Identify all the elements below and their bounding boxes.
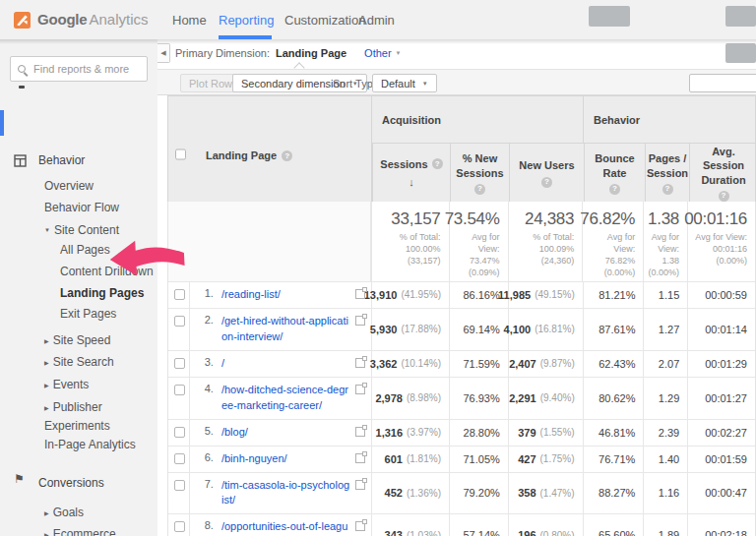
row-checkbox[interactable] bbox=[174, 289, 185, 300]
new-users-cell: 2,291(9.40%) bbox=[508, 378, 583, 419]
sidebar-item-exit-pages[interactable]: Exit Pages bbox=[0, 305, 158, 323]
totals-avg-duration: 00:01:16 Avg for View: 00:01:16 (0.00%) bbox=[687, 202, 755, 281]
open-page-icon[interactable] bbox=[355, 358, 365, 368]
acquisition-group-header: Acquisition bbox=[372, 96, 584, 144]
bounce-rate-cell: 65.60% bbox=[583, 514, 644, 536]
pages-session-column-header[interactable]: Pages / Session ? bbox=[645, 144, 689, 203]
landing-page-link[interactable]: /blog/ bbox=[221, 425, 350, 441]
open-page-icon[interactable] bbox=[355, 480, 365, 490]
totals-empty-cell bbox=[168, 202, 371, 281]
help-icon[interactable]: ? bbox=[609, 184, 620, 195]
landing-page-link[interactable]: /binh-nguyen/ bbox=[221, 451, 350, 467]
landing-page-link[interactable]: /tim-casasola-io-psychologist/ bbox=[221, 478, 350, 509]
row-checkbox-cell bbox=[168, 378, 189, 419]
nav-customization[interactable]: Customization bbox=[284, 13, 365, 28]
sort-type-button[interactable]: Default ▼ bbox=[372, 74, 437, 92]
help-icon[interactable]: ? bbox=[541, 177, 552, 188]
sidebar-item-behavior-flow[interactable]: Behavior Flow bbox=[0, 199, 158, 216]
sessions-cell: 3,362(10.14%) bbox=[371, 351, 449, 377]
collapse-sidebar-button[interactable]: ◀ bbox=[158, 43, 170, 63]
avg-duration-column-header[interactable]: Avg. Session Duration ? bbox=[689, 144, 756, 203]
other-dimension-link[interactable]: Other bbox=[364, 47, 392, 59]
open-page-icon[interactable] bbox=[355, 521, 365, 531]
sidebar-item-site-content[interactable]: ▼Site Content bbox=[0, 221, 158, 239]
table-row: 6./binh-nguyen/601(1.81%)71.05%427(1.75%… bbox=[168, 447, 755, 473]
sidebar-item-events[interactable]: ▶Events bbox=[0, 376, 158, 393]
help-icon[interactable]: ? bbox=[432, 158, 443, 169]
new-sessions-column-header[interactable]: % New Sessions ? bbox=[450, 144, 509, 203]
bounce-rate-column-header[interactable]: Bounce Rate ? bbox=[584, 144, 645, 203]
search-input[interactable] bbox=[33, 63, 132, 75]
landing-page-cell: 8./opportunities-out-of-league/ bbox=[189, 514, 371, 536]
sidebar-item-in-page-analytics[interactable]: In-Page Analytics bbox=[0, 436, 158, 453]
row-checkbox[interactable] bbox=[174, 480, 185, 491]
sessions-cell: 5,930(17.88%) bbox=[371, 309, 449, 350]
help-icon[interactable]: ? bbox=[282, 150, 292, 161]
totals-row: 33,157 % of Total: 100.00% (33,157) 73.5… bbox=[168, 202, 755, 282]
sidebar-item-label: Publisher bbox=[53, 400, 102, 414]
row-checkbox[interactable] bbox=[174, 316, 185, 327]
chevron-down-icon: ▼ bbox=[396, 50, 402, 56]
new-users-cell: 4,100(16.81%) bbox=[508, 309, 583, 350]
nav-reporting[interactable]: Reporting bbox=[219, 13, 274, 28]
landing-page-link[interactable]: /opportunities-out-of-league/ bbox=[221, 519, 350, 536]
open-page-icon[interactable] bbox=[355, 289, 365, 299]
sidebar-item-site-search[interactable]: ▶Site Search bbox=[0, 353, 158, 371]
landing-page-link[interactable]: / bbox=[221, 356, 350, 372]
table-row: 1./reading-list/13,910(41.95%)86.16%11,9… bbox=[168, 282, 755, 309]
open-page-icon[interactable] bbox=[355, 453, 365, 463]
chevron-right-icon: ▶ bbox=[44, 509, 49, 516]
row-checkbox[interactable] bbox=[174, 521, 185, 532]
totals-new-sessions: 73.54% Avg for View: 73.47% (0.09%) bbox=[449, 202, 508, 281]
nav-home[interactable]: Home bbox=[172, 13, 207, 28]
select-all-checkbox[interactable] bbox=[175, 149, 186, 160]
sidebar-item-landing-pages[interactable]: Landing Pages bbox=[0, 284, 158, 302]
totals-avg-duration-value: 00:01:16 bbox=[684, 209, 747, 229]
landing-page-link[interactable]: /how-ditched-science-degree-marketing-ca… bbox=[221, 383, 350, 414]
sidebar-item-conversions[interactable]: ⚑Conversions bbox=[0, 474, 158, 492]
row-checkbox-cell bbox=[168, 282, 189, 308]
totals-avg-duration-sub: Avg for View: 00:01:16 (0.00%) bbox=[695, 231, 747, 267]
sidebar-item-experiments[interactable]: Experiments bbox=[0, 417, 158, 435]
nav-admin[interactable]: Admin bbox=[358, 13, 395, 28]
primary-dimension-value[interactable]: Landing Page bbox=[276, 47, 346, 59]
bounce-rate-cell: 88.27% bbox=[583, 473, 644, 514]
open-page-icon[interactable] bbox=[355, 427, 365, 437]
row-checkbox[interactable] bbox=[174, 385, 185, 395]
row-checkbox[interactable] bbox=[174, 427, 185, 438]
sessions-cell: 1,316(3.97%) bbox=[371, 420, 449, 446]
row-checkbox[interactable] bbox=[174, 358, 185, 369]
sessions-column-header[interactable]: Sessions ? ↓ bbox=[372, 144, 450, 203]
table-filter-input[interactable] bbox=[689, 74, 756, 92]
help-icon[interactable]: ? bbox=[719, 191, 729, 202]
sidebar-item-publisher[interactable]: ▶Publisher bbox=[0, 398, 158, 416]
table-row: 7./tim-casasola-io-psychologist/452(1.36… bbox=[168, 473, 755, 515]
help-icon[interactable]: ? bbox=[474, 184, 485, 195]
open-page-icon[interactable] bbox=[355, 385, 365, 394]
search-icon bbox=[18, 65, 26, 73]
sidebar-item-behavior[interactable]: Behavior bbox=[0, 151, 158, 169]
sidebar-item-goals[interactable]: ▶Goals bbox=[0, 504, 158, 521]
row-checkbox-cell bbox=[168, 420, 189, 446]
sidebar-item-label: Behavior Flow bbox=[44, 201, 119, 214]
row-checkbox-cell bbox=[168, 351, 189, 377]
sidebar-item-overview[interactable]: Overview bbox=[0, 177, 158, 195]
help-icon[interactable]: ? bbox=[662, 184, 673, 195]
totals-new-users-value: 24,383 bbox=[525, 209, 574, 229]
table-row: 8./opportunities-out-of-league/343(1.03%… bbox=[168, 514, 755, 536]
google-analytics-logo[interactable]: GoogleAnalytics bbox=[14, 11, 149, 29]
new-users-column-header[interactable]: New Users ? bbox=[509, 144, 584, 203]
row-index: 7. bbox=[196, 478, 214, 490]
redacted-user-box bbox=[725, 6, 756, 27]
row-checkbox[interactable] bbox=[174, 453, 185, 464]
report-toolbar: Plot Rows Secondary dimension ▼ Sort Typ… bbox=[158, 69, 756, 95]
open-page-icon[interactable] bbox=[355, 316, 365, 326]
landing-page-link[interactable]: /reading-list/ bbox=[221, 287, 350, 303]
pages-session-cell: 1.29 bbox=[643, 378, 687, 419]
landing-page-header-cell[interactable]: Landing Page ? bbox=[168, 96, 372, 203]
new-sessions-cell: 71.05% bbox=[449, 447, 508, 472]
landing-page-link[interactable]: /get-hired-without-application-interview… bbox=[221, 314, 350, 345]
sidebar-item-site-speed[interactable]: ▶Site Speed bbox=[0, 331, 158, 349]
sidebar-item-ecommerce[interactable]: ▶Ecommerce bbox=[0, 525, 158, 536]
report-search-box[interactable] bbox=[10, 56, 148, 82]
